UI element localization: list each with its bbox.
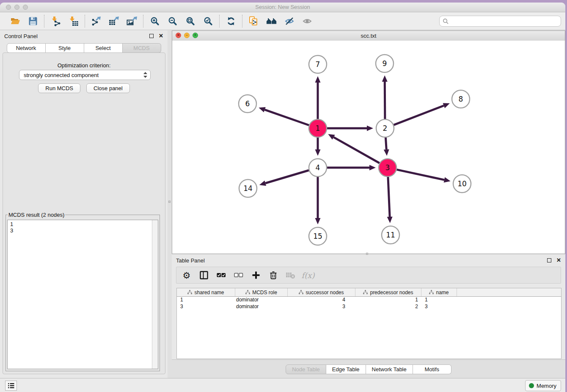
export-network-icon[interactable] (91, 16, 102, 27)
graph-edge-3-10[interactable] (397, 170, 444, 180)
graph-node-10[interactable]: 10 (453, 175, 471, 193)
tab-network[interactable]: Network (7, 43, 46, 53)
graph-node-9[interactable]: 9 (376, 55, 394, 72)
table-cell[interactable]: 2 (355, 304, 421, 310)
tab-style[interactable]: Style (46, 43, 84, 53)
graph-node-4[interactable]: 4 (309, 159, 327, 177)
zoom-out-icon[interactable] (167, 16, 178, 27)
import-network-icon[interactable] (50, 16, 61, 27)
search-input[interactable] (439, 16, 561, 27)
graph-node-3[interactable]: 3 (379, 159, 396, 177)
tab-network-table[interactable]: Network Table (366, 364, 413, 374)
tab-motifs[interactable]: Motifs (413, 364, 451, 374)
table-cell[interactable]: 1 (421, 297, 457, 304)
network-canvas[interactable]: 7968124314101511 (172, 41, 565, 254)
graph-edge-arrowhead (315, 76, 321, 83)
graph-node-8[interactable]: 8 (452, 90, 470, 108)
table-cell[interactable]: dominator (235, 304, 288, 310)
network-view-title: scc.txt (172, 33, 565, 39)
graph-edge-3-1[interactable] (333, 137, 379, 163)
close-table-panel-icon[interactable]: ✕ (556, 258, 561, 262)
zoom-fit-icon[interactable] (185, 16, 196, 27)
tab-node-table[interactable]: Node Table (286, 364, 326, 374)
zoom-in-icon[interactable] (149, 16, 160, 27)
graph-edge-2-8[interactable] (394, 105, 444, 125)
network-view-window: ✕ − + scc.txt 7968124314101511 (172, 30, 565, 254)
show-all-icon[interactable] (302, 16, 313, 27)
table-cell[interactable]: 3 (288, 304, 355, 310)
column-header-MCDS-role[interactable]: MCDS role (235, 288, 288, 296)
save-session-icon[interactable] (28, 16, 39, 27)
import-table-icon[interactable] (68, 16, 79, 27)
gear-icon[interactable]: ⚙ (182, 270, 192, 280)
table-cell[interactable]: 1 (355, 297, 421, 304)
table-cell[interactable]: 1 (177, 297, 235, 304)
column-tree-icon (187, 290, 192, 295)
hide-selected-icon[interactable] (284, 16, 295, 27)
select-all-icon[interactable] (216, 270, 226, 280)
tab-mcds[interactable]: MCDS (123, 43, 161, 53)
clone-network-icon[interactable] (248, 16, 259, 27)
graph-edge-1-6[interactable] (265, 110, 309, 125)
task-history-icon[interactable] (5, 381, 17, 391)
apply-layout-icon[interactable] (226, 16, 237, 27)
table-row[interactable]: 1dominator411 (177, 297, 561, 304)
graph-node-2[interactable]: 2 (376, 119, 394, 137)
open-session-icon[interactable] (10, 16, 21, 27)
export-image-icon[interactable] (127, 16, 138, 27)
run-mcds-button[interactable]: Run MCDS (38, 83, 80, 93)
float-panel-icon[interactable] (149, 34, 154, 38)
column-view-icon[interactable] (199, 270, 209, 280)
tab-edge-table[interactable]: Edge Table (326, 364, 366, 374)
graph-edge-4-14[interactable] (265, 170, 309, 183)
close-panel-button[interactable]: Close panel (86, 83, 130, 93)
graph-node-6[interactable]: 6 (239, 95, 256, 113)
table-cell[interactable]: 3 (421, 304, 457, 310)
graph-edge-arrowhead (367, 126, 373, 131)
tab-select[interactable]: Select (84, 43, 123, 53)
optimization-dropdown[interactable]: strongly connected component (19, 70, 151, 80)
table-cell[interactable]: 4 (288, 297, 355, 304)
float-table-panel-icon[interactable] (547, 258, 551, 262)
column-header-shared-name[interactable]: shared name (177, 288, 235, 296)
export-table-icon[interactable] (109, 16, 120, 27)
column-tree-icon (299, 290, 303, 295)
svg-text:7: 7 (316, 60, 320, 69)
graph-edge-2-9[interactable] (385, 82, 385, 119)
deselect-all-icon[interactable] (234, 270, 244, 280)
graph-edge-arrowhead (444, 177, 451, 183)
svg-text:10: 10 (457, 179, 467, 188)
table-panel-title: Table Panel (176, 257, 205, 264)
graph-node-15[interactable]: 15 (309, 227, 327, 245)
delete-table-icon[interactable] (286, 270, 296, 280)
graph-node-1[interactable]: 1 (309, 119, 327, 137)
table-row[interactable]: 3dominator323 (177, 304, 561, 310)
graph-node-7[interactable]: 7 (309, 55, 327, 73)
zoom-selected-icon[interactable] (203, 16, 214, 27)
delete-column-icon[interactable] (268, 270, 278, 280)
table-cell[interactable]: dominator (235, 297, 288, 304)
function-builder-icon[interactable]: f(x) (303, 270, 313, 280)
graph-node-14[interactable]: 14 (239, 179, 257, 197)
table-cell[interactable]: 3 (177, 304, 235, 310)
graph-edge-2-3[interactable] (385, 138, 386, 149)
column-header-name[interactable]: name (421, 288, 457, 296)
optimization-label: Optimization criterion: (3, 62, 165, 69)
panel-splitter[interactable] (168, 30, 172, 378)
graph-edge-3-11[interactable] (388, 177, 390, 217)
application-window: Session: New Session (0, 3, 565, 392)
column-header-predecessor-nodes[interactable]: predecessor nodes (355, 288, 421, 296)
mcds-result-list[interactable]: 1 3 (7, 220, 158, 369)
home-networks-icon[interactable] (266, 16, 277, 27)
window-title: Session: New Session (0, 4, 565, 10)
add-column-icon[interactable] (251, 270, 261, 280)
memory-button[interactable]: Memory (525, 380, 561, 391)
result-scrollbar[interactable] (152, 220, 158, 369)
column-header-successor-nodes[interactable]: successor nodes (288, 288, 355, 296)
close-panel-icon[interactable]: ✕ (159, 34, 163, 38)
table-toolbar: ⚙ (176, 267, 561, 284)
network-graph: 7968124314101511 (172, 41, 565, 254)
column-tree-icon (245, 290, 250, 295)
graph-node-11[interactable]: 11 (382, 226, 399, 244)
graph-edge-arrowhead (315, 218, 321, 224)
